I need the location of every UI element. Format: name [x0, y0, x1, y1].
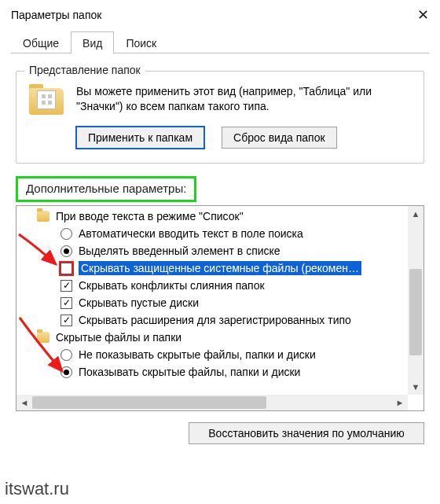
- tree-label: Скрытые файлы и папки: [56, 331, 182, 344]
- scroll-down-icon[interactable]: ▼: [408, 379, 424, 395]
- tree-label: При вводе текста в режиме "Список": [56, 210, 244, 223]
- tab-search[interactable]: Поиск: [114, 31, 168, 53]
- tree-item[interactable]: Автоматически вводить текст в поле поиск…: [16, 225, 408, 242]
- tree-group: Скрытые файлы и папки: [16, 329, 408, 346]
- tree-label: Не показывать скрытые файлы, папки и дис…: [79, 348, 316, 361]
- horizontal-scrollbar[interactable]: ◄ ►: [16, 395, 408, 410]
- radio-unchecked[interactable]: [60, 228, 72, 240]
- tree-label: Выделять введенный элемент в списке: [79, 245, 280, 257]
- tree-item[interactable]: Выделять введенный элемент в списке: [16, 242, 408, 259]
- scroll-left-icon[interactable]: ◄: [16, 395, 32, 410]
- close-icon[interactable]: ✕: [415, 6, 431, 24]
- watermark: itswat.ru: [5, 479, 69, 499]
- tree-label: Скрывать расширения для зарегистрированн…: [79, 314, 351, 326]
- folder-view-group: Представление папок Вы можете применить …: [16, 71, 424, 164]
- checkbox-unchecked[interactable]: [60, 263, 72, 274]
- scroll-right-icon[interactable]: ►: [392, 395, 408, 410]
- tree-label: Скрывать пустые диски: [79, 296, 199, 309]
- vertical-scrollbar[interactable]: ▲ ▼: [408, 206, 424, 395]
- group-legend: Представление папок: [24, 64, 145, 76]
- tree-label: Скрывать конфликты слияния папок: [79, 279, 265, 292]
- tree-label: Скрывать защищенные системные файлы (рек…: [79, 261, 361, 275]
- reset-folders-button[interactable]: Сброс вида папок: [222, 127, 337, 149]
- tree-item[interactable]: Скрывать пустые диски: [16, 294, 408, 311]
- advanced-listbox: При вводе текста в режиме "Список" Автом…: [16, 205, 424, 411]
- scroll-track[interactable]: [408, 222, 424, 379]
- folder-mini-icon: [37, 332, 50, 343]
- advanced-params-label: Дополнительные параметры:: [16, 176, 196, 202]
- tree-group: При вводе текста в режиме "Список": [16, 208, 408, 225]
- tree-item-selected[interactable]: Скрывать защищенные системные файлы (рек…: [16, 259, 408, 277]
- scroll-thumb[interactable]: [32, 396, 266, 409]
- scroll-thumb[interactable]: [409, 269, 422, 355]
- folder-icon: [28, 84, 65, 117]
- tab-view[interactable]: Вид: [71, 31, 114, 54]
- tree-item[interactable]: Скрывать расширения для зарегистрированн…: [16, 311, 408, 329]
- dialog-title: Параметры папок: [11, 9, 101, 21]
- tree-label: Показывать скрытые файлы, папки и диски: [79, 366, 300, 378]
- tree-item[interactable]: Не показывать скрытые файлы, папки и дис…: [16, 346, 408, 363]
- tree-item[interactable]: Показывать скрытые файлы, папки и диски: [16, 363, 408, 381]
- apply-to-folders-button[interactable]: Применить к папкам: [76, 127, 204, 149]
- checkbox-checked[interactable]: [60, 315, 72, 326]
- scroll-track[interactable]: [32, 395, 392, 410]
- tab-general[interactable]: Общие: [11, 31, 71, 53]
- scroll-up-icon[interactable]: ▲: [408, 206, 424, 222]
- tab-bar: Общие Вид Поиск: [0, 28, 440, 53]
- radio-checked[interactable]: [60, 245, 72, 257]
- radio-checked[interactable]: [60, 366, 72, 378]
- tree-item[interactable]: Скрывать конфликты слияния папок: [16, 277, 408, 294]
- folder-mini-icon: [37, 211, 50, 222]
- checkbox-checked[interactable]: [60, 280, 72, 292]
- checkbox-checked[interactable]: [60, 297, 72, 309]
- tree-label: Автоматически вводить текст в поле поиск…: [79, 227, 303, 240]
- restore-defaults-button[interactable]: Восстановить значения по умолчанию: [189, 422, 424, 444]
- radio-unchecked[interactable]: [60, 349, 72, 361]
- group-description: Вы можете применить этот вид (например, …: [76, 84, 412, 117]
